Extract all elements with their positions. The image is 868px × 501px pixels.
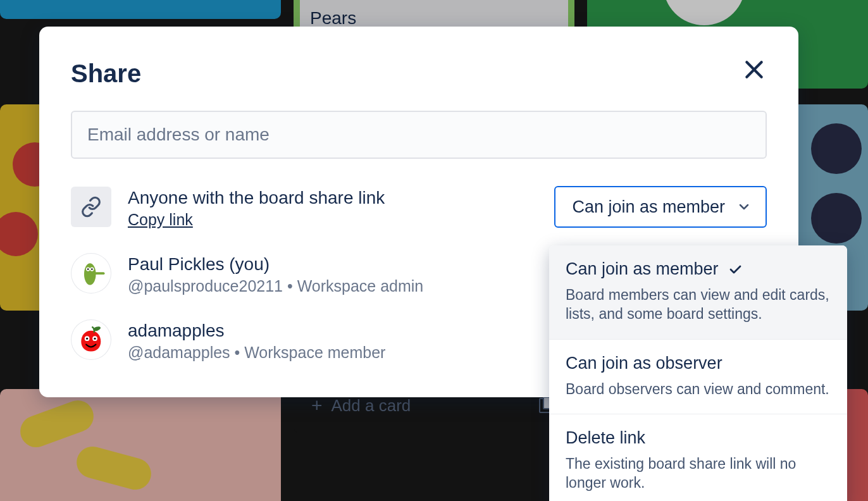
avatar [71,319,111,360]
invite-input[interactable] [71,111,767,159]
dropdown-option-member[interactable]: Can join as member Board members can vie… [549,245,847,339]
share-link-row: Anyone with the board share link Copy li… [71,187,767,229]
permission-select[interactable]: Can join as member [554,186,767,228]
dropdown-option-title: Can join as member [566,259,719,279]
dropdown-option-observer[interactable]: Can join as observer Board observers can… [549,339,847,414]
chevron-down-icon [736,199,752,214]
check-icon [728,262,743,277]
close-button[interactable] [741,57,767,82]
permission-dropdown: Can join as member Board members can vie… [549,245,847,501]
dropdown-option-title: Delete link [566,428,645,448]
link-icon [71,187,111,227]
svg-point-9 [86,338,88,340]
svg-rect-5 [94,272,105,275]
svg-point-3 [87,269,89,270]
svg-point-10 [94,338,96,340]
share-link-title: Anyone with the board share link [128,188,538,208]
close-icon [741,57,767,82]
avatar [71,253,111,294]
dropdown-option-desc: The existing board share link will no lo… [566,454,831,493]
svg-point-0 [84,264,96,285]
dropdown-option-title: Can join as observer [566,354,722,373]
modal-title: Share [71,59,767,88]
copy-link-button[interactable]: Copy link [128,211,193,228]
permission-selected-label: Can join as member [572,197,725,217]
svg-point-4 [91,269,92,270]
dropdown-option-delete[interactable]: Delete link The existing board share lin… [549,414,847,501]
dropdown-option-desc: Board members can view and edit cards, l… [566,285,831,324]
dropdown-option-desc: Board observers can view and comment. [566,380,831,399]
